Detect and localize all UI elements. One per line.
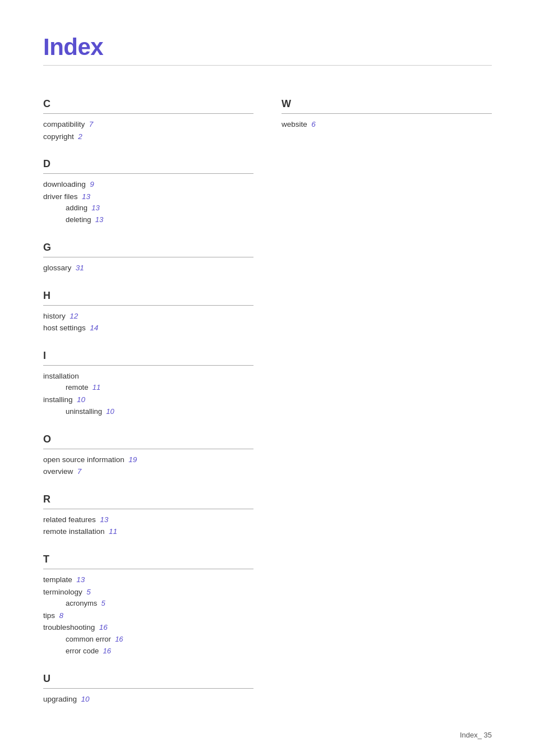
section-rule	[282, 113, 492, 114]
index-section-i: Iinstallationremote 11installing 10unins…	[43, 350, 253, 418]
index-section-h: Hhistory 12host settings 14	[43, 290, 253, 334]
page-num: 7	[77, 467, 82, 476]
title-divider	[43, 65, 492, 66]
section-letter: O	[43, 434, 253, 445]
page-num: 16	[115, 635, 123, 643]
section-rule	[43, 257, 253, 257]
index-section-d: Ddownloading 9driver files 13adding 13de…	[43, 158, 253, 226]
section-letter: G	[43, 242, 253, 253]
page-num: 2	[78, 132, 82, 141]
page-num: 9	[90, 180, 94, 188]
page-num: 14	[90, 324, 98, 332]
section-letter: T	[43, 554, 253, 565]
page-num: 7	[89, 120, 94, 128]
section-letter: W	[282, 98, 492, 110]
index-entry: glossary 31	[43, 262, 253, 274]
index-entry: related features 13	[43, 514, 253, 526]
page-container: Index Ccompatibility 7copyright 2Ddownlo…	[0, 0, 535, 754]
index-sub-entry: error code 16	[66, 646, 253, 657]
section-rule	[43, 365, 253, 366]
page-num: 13	[82, 192, 90, 201]
index-section-c: Ccompatibility 7copyright 2	[43, 98, 253, 142]
index-entry: overview 7	[43, 465, 253, 478]
index-entry: website 6	[282, 118, 492, 131]
section-rule	[43, 305, 253, 306]
page-num: 13	[95, 215, 103, 224]
page-num: 13	[91, 204, 99, 212]
page-num: 10	[81, 695, 90, 703]
index-section-r: Rrelated features 13remote installation …	[43, 494, 253, 538]
page-num: 16	[99, 623, 108, 631]
index-entry: host settings 14	[43, 322, 253, 334]
section-letter: I	[43, 350, 253, 362]
page-num: 10	[106, 407, 114, 416]
index-sub-entry: remote 11	[66, 382, 253, 394]
index-section-w: Wwebsite 6	[282, 98, 492, 131]
section-rule	[43, 509, 253, 509]
index-entry: upgrading 10	[43, 693, 253, 706]
index-sub-entry: deleting 13	[66, 214, 253, 226]
index-entry: remote installation 11	[43, 525, 253, 538]
page-num: 5	[102, 599, 105, 607]
index-entry: downloading 9	[43, 178, 253, 191]
section-rule	[43, 449, 253, 449]
section-rule	[43, 688, 253, 689]
index-col-left: Ccompatibility 7copyright 2Ddownloading …	[43, 93, 276, 721]
index-col-right: Wwebsite 6	[276, 93, 492, 146]
index-entry: troubleshooting 16	[43, 621, 253, 634]
page-num: 6	[311, 120, 316, 128]
index-entry: copyright 2	[43, 131, 253, 143]
index-entry: terminology 5	[43, 586, 253, 598]
page-num: 31	[76, 264, 84, 272]
index-section-u: Uupgrading 10	[43, 673, 253, 706]
page-num: 10	[77, 395, 85, 404]
index-section-g: Gglossary 31	[43, 242, 253, 274]
index-columns: Ccompatibility 7copyright 2Ddownloading …	[43, 93, 492, 721]
index-sub-entry: uninstalling 10	[66, 406, 253, 418]
page-title: Index	[43, 34, 492, 61]
index-entry: installing 10	[43, 394, 253, 406]
index-entry: open source information 19	[43, 454, 253, 466]
section-letter: C	[43, 98, 253, 110]
page-num: 12	[70, 312, 78, 320]
index-entry: installation	[43, 370, 253, 382]
page-num: 13	[76, 575, 85, 584]
section-letter: R	[43, 494, 253, 505]
section-rule	[43, 173, 253, 174]
index-entry: tips 8	[43, 610, 253, 622]
index-sub-entry: acronyms 5	[66, 598, 253, 610]
index-sub-entry: adding 13	[66, 202, 253, 214]
page-num: 11	[93, 383, 100, 391]
page-num: 11	[109, 527, 117, 536]
page-num: 8	[59, 611, 64, 620]
index-section-t: Ttemplate 13terminology 5acronyms 5tips …	[43, 554, 253, 657]
page-num: 5	[86, 588, 91, 596]
index-sub-entry: common error 16	[66, 634, 253, 646]
section-letter: U	[43, 673, 253, 685]
index-entry: template 13	[43, 574, 253, 586]
index-section-o: Oopen source information 19overview 7	[43, 434, 253, 478]
section-letter: H	[43, 290, 253, 302]
index-entry: history 12	[43, 310, 253, 322]
section-rule	[43, 113, 253, 114]
page-footer: Index_ 35	[460, 731, 492, 739]
page-num: 16	[103, 647, 110, 655]
section-letter: D	[43, 158, 253, 170]
index-entry: driver files 13	[43, 191, 253, 203]
page-num: 19	[128, 455, 137, 464]
index-entry: compatibility 7	[43, 118, 253, 131]
section-rule	[43, 569, 253, 569]
page-num: 13	[100, 515, 108, 524]
